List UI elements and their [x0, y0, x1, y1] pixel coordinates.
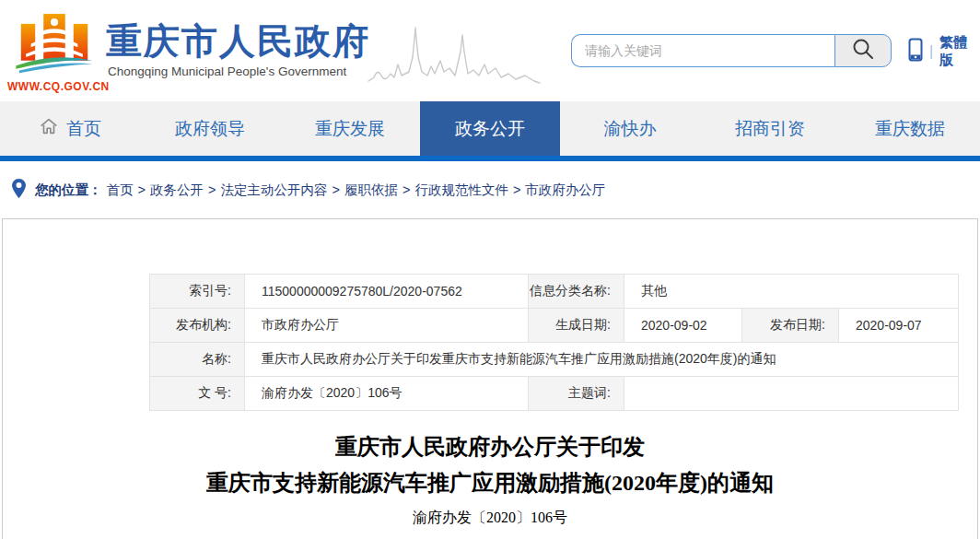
breadcrumb-separator: >	[513, 182, 520, 197]
nav-label: 政务公开	[455, 117, 525, 141]
search-input[interactable]	[571, 34, 834, 67]
table-row: 发布机构: 市政府办公厅 生成日期: 2020-09-02 发布日期: 2020…	[150, 309, 959, 343]
document-title-line-1: 重庆市人民政府办公厅关于印发	[3, 429, 977, 465]
name-label: 名称:	[150, 343, 245, 377]
document-heading: 重庆市人民政府办公厅关于印发 重庆市支持新能源汽车推广应用激励措施(2020年度…	[3, 429, 977, 528]
breadcrumb-separator: >	[332, 182, 339, 197]
mobile-icon[interactable]	[908, 38, 923, 65]
breadcrumb-prefix: 您的位置：	[35, 182, 102, 199]
document-panel: 索引号: 11500000009275780L/2020-07562 信息分类名…	[2, 218, 978, 539]
traditional-chinese-link[interactable]: 繁體版	[939, 34, 980, 69]
chongqing-government-logo-icon	[12, 63, 97, 78]
search-button[interactable]	[834, 34, 892, 67]
search-bar	[571, 34, 892, 67]
created-date-value: 2020-09-02	[624, 309, 742, 343]
created-date-label: 生成日期:	[529, 309, 624, 343]
breadcrumb-separator: >	[402, 182, 410, 197]
breadcrumb-item-home[interactable]: 首页	[107, 182, 134, 199]
location-pin-icon	[11, 178, 27, 202]
nav-item-yukuaiban[interactable]: 渝快办	[560, 101, 700, 156]
doc-number-label: 文 号:	[150, 377, 245, 411]
nav-item-investment[interactable]: 招商引资	[700, 101, 840, 156]
site-header: WWW.CQ.GOV.CN 重庆市人民政府 Chongqing Municipa…	[0, 0, 980, 101]
nav-item-chongqing-development[interactable]: 重庆发展	[280, 101, 420, 156]
breadcrumb: 您的位置： 首页 > 政务公开 > 法定主动公开内容 > 履职依据 > 行政规范…	[0, 161, 980, 218]
nav-label: 首页	[66, 117, 101, 141]
keywords-label: 主题词:	[529, 377, 624, 411]
published-date-value: 2020-09-07	[839, 309, 959, 343]
logo-caption: WWW.CQ.GOV.CN	[7, 80, 101, 93]
publisher-label: 发布机构:	[150, 309, 245, 343]
language-switcher: | 繁體版	[908, 39, 980, 64]
name-value: 重庆市人民政府办公厅关于印发重庆市支持新能源汽车推广应用激励措施(2020年度)…	[245, 343, 959, 377]
breadcrumb-item-general-office: 市政府办公厅	[525, 182, 605, 199]
home-icon	[39, 116, 59, 141]
breadcrumb-item-normative-documents[interactable]: 行政规范性文件	[414, 182, 508, 199]
published-date-label: 发布日期:	[742, 309, 839, 343]
table-row: 索引号: 11500000009275780L/2020-07562 信息分类名…	[150, 275, 959, 309]
nav-label: 渝快办	[604, 117, 657, 141]
nav-label: 重庆发展	[315, 117, 385, 141]
nav-label: 重庆数据	[875, 117, 945, 141]
nav-label: 政府领导	[175, 117, 245, 141]
breadcrumb-separator: >	[138, 182, 146, 197]
doc-number-value: 渝府办发〔2020〕106号	[245, 377, 529, 411]
breadcrumb-item-disclosure[interactable]: 政务公开	[150, 182, 204, 199]
table-row: 文 号: 渝府办发〔2020〕106号 主题词:	[150, 377, 959, 411]
breadcrumb-item-statutory-content[interactable]: 法定主动公开内容	[220, 182, 327, 199]
document-title-line-2: 重庆市支持新能源汽车推广应用激励措施(2020年度)的通知	[3, 465, 977, 501]
site-logo[interactable]: WWW.CQ.GOV.CN	[7, 6, 101, 93]
breadcrumb-item-duty-basis[interactable]: 履职依据	[344, 182, 398, 199]
nav-item-home[interactable]: 首页	[0, 101, 140, 156]
category-value: 其他	[624, 275, 959, 309]
page: WWW.CQ.GOV.CN 重庆市人民政府 Chongqing Municipa…	[0, 0, 980, 539]
separator: |	[929, 43, 933, 60]
nav-item-chongqing-data[interactable]: 重庆数据	[840, 101, 980, 156]
site-subtitle: Chongqing Municipal People's Government	[108, 64, 346, 78]
table-row: 名称: 重庆市人民政府办公厅关于印发重庆市支持新能源汽车推广应用激励措施(202…	[150, 343, 959, 377]
breadcrumb-separator: >	[208, 182, 216, 197]
category-label: 信息分类名称:	[529, 275, 624, 309]
document-number: 渝府办发〔2020〕106号	[3, 509, 977, 528]
nav-label: 招商引资	[735, 117, 805, 141]
search-icon	[851, 37, 875, 64]
nav-item-government-affairs-disclosure[interactable]: 政务公开	[420, 101, 560, 156]
publisher-value: 市政府办公厅	[245, 309, 529, 343]
keywords-value	[624, 377, 959, 411]
index-number-value: 11500000009275780L/2020-07562	[245, 275, 529, 309]
index-number-label: 索引号:	[150, 275, 245, 309]
main-nav: 首页 政府领导 重庆发展 政务公开 渝快办 招商引资 重庆数据	[0, 101, 980, 156]
nav-item-government-leaders[interactable]: 政府领导	[140, 101, 280, 156]
city-skyline-graphic	[367, 20, 542, 94]
site-title: 重庆市人民政府	[106, 22, 370, 61]
document-meta-table: 索引号: 11500000009275780L/2020-07562 信息分类名…	[149, 274, 959, 411]
